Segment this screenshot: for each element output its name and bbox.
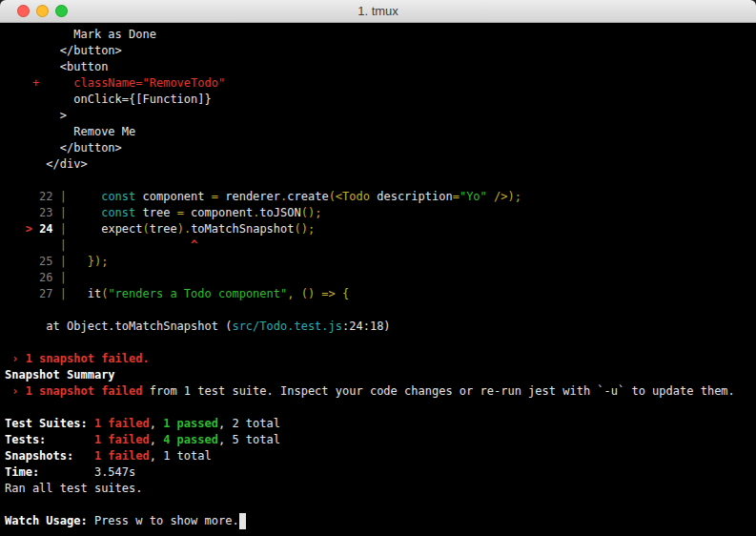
terminal-line: 25 | });: [5, 254, 754, 270]
terminal-line: [5, 400, 754, 416]
terminal-line: [5, 173, 754, 189]
terminal-line: </button>: [5, 43, 754, 59]
terminal-cursor: [239, 513, 246, 529]
terminal-line: › 1 snapshot failed from 1 test suite. I…: [5, 383, 754, 400]
terminal-line: [5, 335, 754, 351]
terminal-line: 26 |: [5, 270, 754, 286]
terminal-line: Watch Usage: Press w to show more.: [5, 513, 754, 529]
terminal-line: Snapshots: 1 failed, 1 total: [5, 448, 754, 464]
terminal-line: Remove Me: [5, 124, 754, 140]
terminal-line: Time: 3.547s: [5, 464, 754, 481]
terminal-line: onClick={[Function]}: [5, 92, 754, 108]
terminal-line: Tests: 1 failed, 4 passed, 5 total: [5, 432, 754, 448]
terminal-window: 1. tmux Mark as Done </button> <button +…: [0, 0, 756, 536]
terminal-line: </div>: [5, 156, 754, 173]
terminal-screen[interactable]: Mark as Done </button> <button + classNa…: [0, 23, 756, 536]
terminal-line: [5, 497, 754, 513]
terminal-line: Test Suites: 1 failed, 1 passed, 2 total: [5, 416, 754, 432]
terminal-line: + className="RemoveTodo": [5, 75, 754, 92]
window-titlebar[interactable]: 1. tmux: [0, 0, 756, 23]
traffic-lights: [17, 5, 68, 17]
terminal-line: 23 | const tree = component.toJSON();: [5, 205, 754, 221]
window-title: 1. tmux: [0, 4, 756, 18]
terminal-line: | ^: [5, 237, 754, 254]
terminal-line: › 1 snapshot failed.: [5, 351, 754, 367]
terminal-line: > 24 | expect(tree).toMatchSnapshot();: [5, 221, 754, 237]
terminal-line: >: [5, 108, 754, 124]
minimize-button[interactable]: [36, 5, 49, 17]
terminal-line: 22 | const component = renderer.create(<…: [5, 189, 754, 205]
zoom-button[interactable]: [55, 5, 68, 17]
terminal-line: Ran all test suites.: [5, 481, 754, 497]
close-button[interactable]: [17, 5, 30, 17]
terminal-line: at Object.toMatchSnapshot (src/Todo.test…: [5, 319, 754, 335]
terminal-line: 27 | it("renders a Todo component", () =…: [5, 286, 754, 302]
terminal-line: Mark as Done: [5, 27, 754, 43]
terminal-line: </button>: [5, 140, 754, 156]
terminal-line: [5, 302, 754, 319]
terminal-line: Snapshot Summary: [5, 367, 754, 383]
terminal-line: <button: [5, 59, 754, 75]
